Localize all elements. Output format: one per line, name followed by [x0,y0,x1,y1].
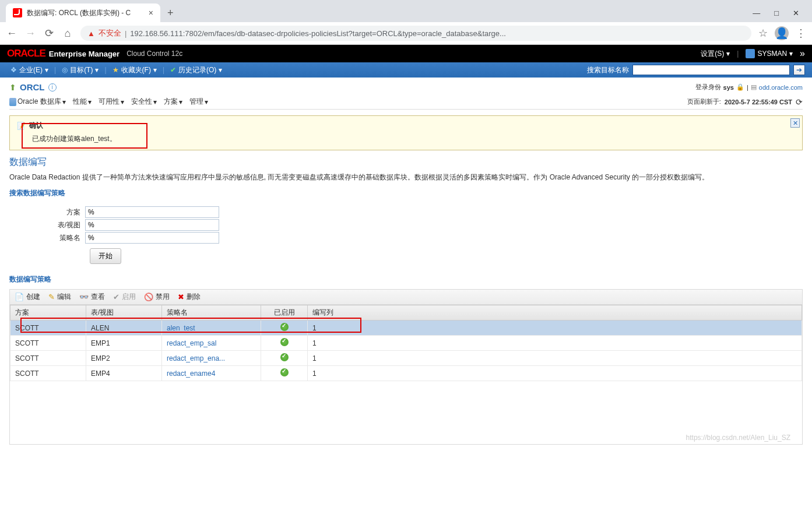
search-go-button[interactable]: ➔ [793,65,805,75]
menu-availability[interactable]: 可用性 ▾ [99,97,124,107]
maximize-icon[interactable]: □ [774,9,779,17]
confirmation-box: 📝 确认 已成功创建策略alen_test。 ✕ [9,115,803,150]
label-schema: 方案 [9,207,85,217]
refresh-icon[interactable]: ⟳ [796,97,803,107]
check-icon [280,368,289,376]
close-icon[interactable]: ✕ [790,118,800,128]
profile-avatar[interactable]: 👤 [775,26,789,40]
cell-table: ALEN [86,321,162,336]
menu-admin[interactable]: 管理 ▾ [189,97,208,107]
policies-table: 方案 表/视图 策略名 已启用 编写列 SCOTTALENalen_test1S… [10,305,802,381]
refresh-time: 2020-5-7 22:55:49 CST [725,98,792,105]
cell-policy[interactable]: alen_test [162,321,261,336]
col-enabled[interactable]: 已启用 [261,305,308,321]
edit-button[interactable]: ✎编辑 [48,292,71,302]
home-button[interactable]: ⌂ [62,27,73,39]
go-button[interactable]: 开始 [90,248,121,264]
check-icon [280,323,289,331]
disable-button[interactable]: 🚫禁用 [144,292,170,302]
tab-title: 数据编写: ORCL (数据库实例) - C [27,8,131,18]
col-redacted[interactable]: 编写列 [308,305,802,321]
target-name[interactable]: ORCL [20,82,45,92]
search-input[interactable] [632,65,790,75]
login-user: sys [723,84,734,91]
em-subtitle: Cloud Control 12c [126,50,182,58]
oracle-favicon [13,8,22,17]
cell-redacted: 1 [308,336,802,351]
url-field[interactable]: ▲ 不安全 | 192.168.56.111:7802/em/faces/db-… [80,26,751,41]
em-title: Enterprise Manager [49,50,119,58]
create-icon: 📄 [15,293,24,301]
view-button[interactable]: 👓查看 [79,292,105,302]
table-row[interactable]: SCOTTALENalen_test1 [10,321,802,336]
table-scroll[interactable]: 方案 表/视图 策略名 已启用 编写列 SCOTTALENalen_test1S… [9,305,803,445]
col-schema[interactable]: 方案 [10,305,86,321]
input-schema[interactable] [85,206,219,218]
url-separator: | [125,29,126,38]
cell-policy[interactable]: redact_ename4 [162,366,261,381]
separator: | [747,84,748,91]
sub-nav: Oracle 数据库 ▾ 性能 ▾ 可用性 ▾ 安全性 ▾ 方案 ▾ 管理 ▾ … [9,94,803,110]
cell-policy[interactable]: redact_emp_sal [162,336,261,351]
cell-schema: SCOTT [10,351,86,366]
overflow-icon[interactable]: » [800,48,805,59]
up-arrow-icon[interactable]: ⬆ [9,83,16,92]
watermark: https://blog.csdn.net/Alen_Liu_SZ [686,434,790,442]
cell-redacted: 1 [308,366,802,381]
global-nav: ❖企业(E) ▾ | ◎目标(T) ▾ | ★收藏夹(F) ▾ | ✔历史记录(… [0,62,812,78]
cell-policy[interactable]: redact_emp_ena... [162,351,261,366]
table-row[interactable]: SCOTTEMP4redact_ename41 [10,366,802,381]
reload-button[interactable]: ⟳ [43,27,55,39]
cell-table: EMP4 [86,366,162,381]
create-button[interactable]: 📄创建 [15,292,40,302]
settings-menu[interactable]: 设置(S) ▾ [701,49,730,59]
nav-favorites[interactable]: ★收藏夹(F) ▾ [109,64,160,76]
nav-enterprise[interactable]: ❖企业(E) ▾ [7,64,52,76]
browser-tab[interactable]: 数据编写: ORCL (数据库实例) - C × [6,3,160,23]
user-menu[interactable]: SYSMAN ▾ [746,49,793,58]
forward-button[interactable]: → [24,27,36,39]
input-table[interactable] [85,219,219,231]
col-policy[interactable]: 策略名 [162,305,261,321]
check-icon [280,338,289,346]
confirm-icon: 📝 [17,122,26,130]
enable-button[interactable]: ✔启用 [113,292,136,302]
menu-schema[interactable]: 方案 ▾ [164,97,182,107]
cell-schema: SCOTT [10,366,86,381]
cell-schema: SCOTT [10,336,86,351]
delete-icon: ✖ [178,293,184,301]
info-icon[interactable]: i [48,83,57,91]
cell-enabled [261,336,308,351]
menu-security[interactable]: 安全性 ▾ [131,97,157,107]
insecure-icon: ▲ [87,29,95,38]
tab-bar: 数据编写: ORCL (数据库实例) - C × + — □ ✕ [0,0,812,22]
back-button[interactable]: ← [6,27,17,39]
nav-targets[interactable]: ◎目标(T) ▾ [58,64,102,76]
minimize-icon[interactable]: — [753,9,760,17]
login-label: 登录身份 [695,83,721,91]
nav-history[interactable]: ✔历史记录(O) ▾ [167,64,226,76]
menu-performance[interactable]: 性能 ▾ [73,97,92,107]
close-icon[interactable]: × [149,8,153,17]
input-policy[interactable] [85,232,219,244]
host-icon: ▤ [751,83,757,91]
host-link[interactable]: odd.oracle.com [759,84,803,91]
menu-oracle-db[interactable]: Oracle 数据库 ▾ [9,97,66,107]
new-tab-button[interactable]: + [160,7,181,19]
separator: | [737,50,739,58]
col-table[interactable]: 表/视图 [86,305,162,321]
table-row[interactable]: SCOTTEMP2redact_emp_ena...1 [10,351,802,366]
enable-icon: ✔ [113,293,119,301]
table-row[interactable]: SCOTTEMP1redact_emp_sal1 [10,336,802,351]
refresh-label: 页面刷新于: [687,97,721,106]
confirm-title: 确认 [29,121,43,131]
cell-enabled [261,366,308,381]
delete-button[interactable]: ✖删除 [178,292,201,302]
insecure-label: 不安全 [99,28,121,38]
bookmark-icon[interactable]: ☆ [758,27,768,40]
label-policy: 策略名 [9,233,85,243]
menu-icon[interactable]: ⋮ [796,27,806,40]
close-window-icon[interactable]: ✕ [793,9,799,17]
page-body: ⬆ ORCL i 登录身份 sys 🔒 | ▤ odd.oracle.com O… [0,78,812,447]
label-table: 表/视图 [9,220,85,230]
